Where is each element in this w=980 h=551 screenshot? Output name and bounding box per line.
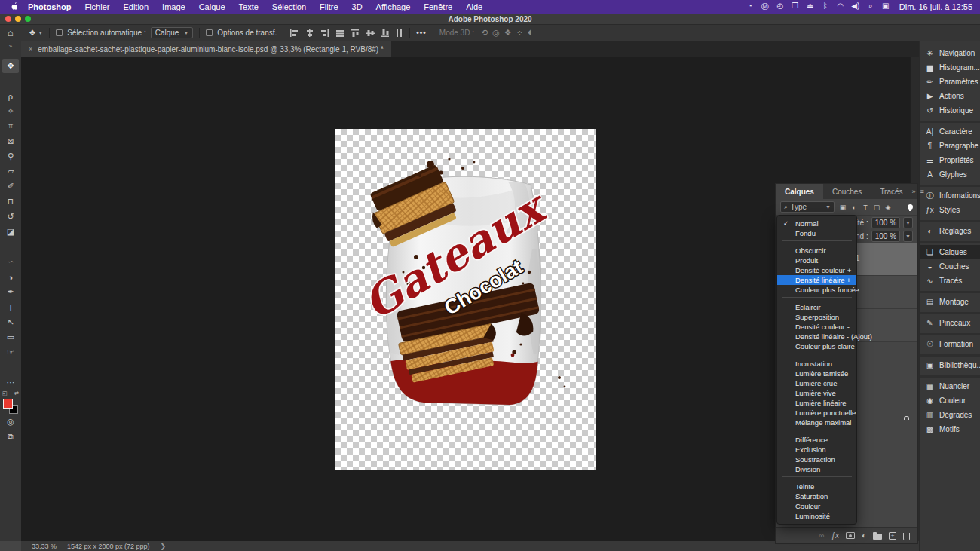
dock-panel-button[interactable]: ▦ Nuancier: [920, 379, 980, 393]
menu-item[interactable]: Fichier: [78, 2, 116, 11]
panel-collapse-icon[interactable]: »: [912, 188, 916, 195]
toolbar-collapse-icon[interactable]: »: [0, 41, 21, 57]
blend-mode-option[interactable]: Eclaircir: [777, 302, 856, 312]
tool-button[interactable]: ↺: [2, 210, 19, 224]
menubar-status-icon[interactable]: Ⓜ: [758, 2, 773, 12]
close-tab-icon[interactable]: ×: [29, 45, 32, 53]
layer-filter-icon[interactable]: ▣: [838, 204, 847, 211]
distribute-vertical-icon[interactable]: [396, 29, 403, 38]
layer-filter-icon[interactable]: ◈: [884, 204, 893, 211]
new-adjustment-layer-icon[interactable]: ◐: [862, 531, 866, 540]
blend-mode-option[interactable]: [777, 476, 856, 482]
distribute-horizontal-icon[interactable]: [335, 29, 345, 38]
dock-panel-button[interactable]: ✳ Navigation: [920, 46, 980, 60]
delete-layer-icon[interactable]: [903, 533, 910, 540]
mode-3d-icon[interactable]: ⟲: [479, 28, 490, 38]
menubar-status-icon[interactable]: ᛒ: [818, 2, 833, 12]
blend-mode-option[interactable]: Fondu: [777, 228, 856, 238]
blend-mode-option[interactable]: Exclusion: [777, 445, 856, 455]
dock-panel-button[interactable]: ▆ Histogram...: [920, 60, 980, 75]
blend-mode-option[interactable]: Couleur plus claire: [777, 341, 856, 351]
fill-value[interactable]: 100 %: [871, 231, 900, 242]
panel-menu-icon[interactable]: ≡: [920, 188, 924, 195]
menubar-clock[interactable]: Dim. 16 juil. à 12:55: [899, 2, 972, 11]
align-vertical-centers-icon[interactable]: [366, 29, 375, 38]
move-tool-preset[interactable]: ✥ ▼: [29, 29, 43, 37]
tool-button[interactable]: ⊓: [2, 194, 19, 209]
dock-panel-button[interactable]: ☰ Propriétés: [920, 153, 980, 167]
dock-panel-button[interactable]: ◉ Couleur: [920, 393, 980, 408]
menu-item[interactable]: 3D: [345, 2, 369, 11]
blend-mode-option[interactable]: [777, 240, 856, 246]
dock-panel-button[interactable]: ▤ Montage: [920, 295, 980, 309]
align-right-edges-icon[interactable]: [320, 29, 329, 38]
mode-3d-icon[interactable]: ⁘: [514, 28, 525, 38]
blend-mode-option[interactable]: Mélange maximal: [777, 418, 856, 427]
menu-item[interactable]: Texte: [232, 2, 265, 11]
blend-mode-option[interactable]: Produit: [777, 256, 856, 265]
tool-button[interactable]: ⌗: [2, 119, 19, 133]
menu-item[interactable]: Filtre: [313, 2, 345, 11]
blend-mode-option[interactable]: Superposition: [777, 312, 856, 322]
blend-mode-option[interactable]: Densité linéaire - (Ajout): [777, 332, 856, 341]
tool-button[interactable]: ⊠: [2, 134, 19, 148]
mode-3d-icon[interactable]: ⏴: [525, 28, 534, 38]
tool-button[interactable]: ∽: [2, 255, 19, 269]
status-menu-arrow-icon[interactable]: ❯: [161, 543, 167, 550]
blend-mode-option[interactable]: Densité couleur -: [777, 322, 856, 332]
blend-mode-option[interactable]: Teinte: [777, 482, 856, 491]
align-top-edges-icon[interactable]: [351, 29, 360, 38]
dock-panel-button[interactable]: ☉ Formation: [920, 337, 980, 351]
tool-button[interactable]: T: [2, 300, 19, 314]
fill-chevron-icon[interactable]: ▼: [903, 231, 913, 242]
dock-panel-button[interactable]: ✏ Paramètres ...: [920, 75, 980, 89]
tool-button[interactable]: ✐: [2, 179, 19, 194]
tool-button[interactable]: ⋯: [2, 375, 19, 390]
dock-panel-button[interactable]: ▥ Dégradés: [920, 408, 980, 422]
tool-button[interactable]: ✥: [2, 59, 19, 73]
swap-colors-icon[interactable]: ⇄: [14, 390, 19, 396]
tool-button[interactable]: ⚲: [2, 149, 19, 164]
layer-filter-icon[interactable]: T: [861, 204, 870, 211]
dock-panel-button[interactable]: ❏ Calques: [920, 245, 980, 259]
panel-tab[interactable]: Calques: [776, 184, 823, 199]
tool-button[interactable]: ✧: [2, 104, 19, 118]
mode-3d-icon[interactable]: ◎: [490, 28, 502, 38]
blend-mode-option[interactable]: [777, 354, 856, 359]
blend-mode-option[interactable]: Division: [777, 464, 856, 474]
home-icon[interactable]: ⌂: [5, 27, 17, 38]
more-options-icon[interactable]: •••: [416, 29, 427, 37]
layer-style-icon[interactable]: ƒx: [831, 531, 839, 540]
tool-button[interactable]: ρ: [2, 89, 19, 103]
new-layer-icon[interactable]: +: [889, 532, 896, 540]
tool-button[interactable]: ◪: [2, 225, 19, 239]
tool-button[interactable]: ✒: [2, 285, 19, 299]
menubar-status-icon[interactable]: ▣: [878, 2, 893, 12]
blend-mode-option[interactable]: Incrustation: [777, 359, 856, 369]
blend-mode-option[interactable]: Lumière linéaire: [777, 398, 856, 408]
default-colors-icon[interactable]: ◱: [2, 390, 8, 396]
filter-toggle-icon[interactable]: [908, 204, 913, 210]
dock-panel-button[interactable]: ◒ Couches: [920, 259, 980, 274]
blend-mode-option[interactable]: ✓ Normal: [777, 219, 856, 228]
blend-mode-option[interactable]: Obscurcir: [777, 246, 856, 256]
blend-mode-option[interactable]: Luminosité: [777, 511, 856, 521]
blend-mode-option[interactable]: Densité couleur +: [777, 265, 856, 275]
document-canvas[interactable]: Gateaux Chocolat: [335, 129, 596, 470]
menubar-status-icon[interactable]: ❐: [788, 2, 803, 12]
add-layer-mask-icon[interactable]: [846, 532, 855, 539]
align-horizontal-centers-icon[interactable]: [305, 29, 314, 38]
auto-select-checkbox[interactable]: [56, 29, 63, 36]
blend-mode-option[interactable]: Saturation: [777, 491, 856, 501]
opacity-value[interactable]: 100 %: [871, 217, 900, 228]
dock-panel-button[interactable]: ƒx Styles: [920, 203, 980, 217]
dock-panel-button[interactable]: ▩ Motifs: [920, 422, 980, 436]
blend-mode-option[interactable]: Différence: [777, 435, 856, 445]
menubar-status-icon[interactable]: ⌕: [863, 2, 878, 12]
transform-controls-checkbox[interactable]: [206, 29, 213, 36]
menubar-status-icon[interactable]: ◠: [833, 2, 848, 12]
layer-filter-icon[interactable]: ▢: [872, 204, 881, 211]
menu-item[interactable]: Affichage: [369, 2, 418, 11]
menu-item[interactable]: Calque: [192, 2, 232, 11]
dock-panel-button[interactable]: ▣ Bibliothèqu...: [920, 358, 980, 372]
